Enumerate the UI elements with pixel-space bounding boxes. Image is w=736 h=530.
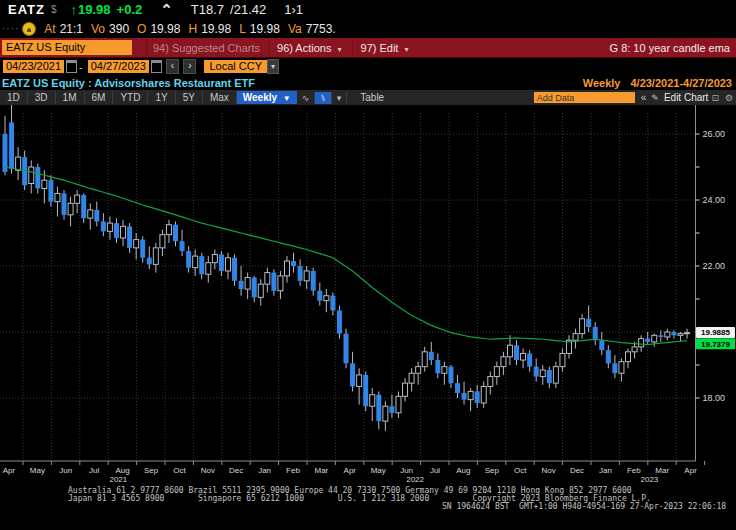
candle[interactable] — [534, 358, 539, 381]
candle[interactable] — [219, 251, 224, 276]
candle[interactable] — [16, 147, 21, 180]
candle[interactable] — [35, 164, 40, 194]
candle[interactable] — [317, 283, 322, 306]
candle[interactable] — [265, 268, 270, 293]
candle[interactable] — [612, 355, 617, 378]
candle[interactable] — [245, 273, 250, 299]
candle[interactable] — [586, 306, 591, 332]
candle[interactable] — [140, 236, 145, 262]
candle[interactable] — [337, 306, 342, 339]
candle[interactable] — [494, 362, 499, 385]
candle[interactable] — [652, 334, 657, 347]
prev-range-button[interactable]: ‹ — [166, 59, 179, 74]
add-data-input[interactable] — [534, 92, 635, 103]
candle[interactable] — [658, 330, 663, 342]
candle[interactable] — [685, 329, 690, 339]
candle[interactable] — [416, 362, 421, 385]
candle[interactable] — [547, 367, 552, 388]
chart-canvas[interactable]: 18.0022.0024.0026.00AprMayJunJulAugSepOc… — [0, 105, 736, 485]
candle[interactable] — [304, 266, 309, 289]
candle[interactable] — [363, 372, 368, 412]
candle[interactable] — [68, 197, 73, 227]
candle[interactable] — [232, 254, 237, 285]
candle[interactable] — [180, 230, 185, 256]
candle[interactable] — [153, 243, 158, 273]
edit-chart-button[interactable]: Edit Chart — [664, 92, 708, 103]
candle[interactable] — [383, 401, 388, 431]
candle[interactable] — [468, 388, 473, 411]
candle[interactable] — [186, 246, 191, 272]
chart-type-caret-button[interactable]: ▾ — [332, 92, 348, 104]
candle[interactable] — [462, 382, 467, 405]
candle[interactable] — [252, 276, 257, 302]
candle[interactable] — [645, 332, 650, 345]
candle[interactable] — [403, 378, 408, 401]
candle[interactable] — [160, 230, 165, 256]
candle[interactable] — [527, 350, 532, 371]
candle[interactable] — [29, 160, 34, 193]
candle[interactable] — [324, 289, 329, 312]
edit-menu-button[interactable]: 97) Edit ▾ — [352, 42, 417, 54]
candle[interactable] — [48, 175, 53, 206]
candle[interactable] — [258, 279, 263, 305]
candle[interactable] — [599, 332, 604, 355]
security-input[interactable]: EATZ US Equity — [2, 40, 132, 55]
candle[interactable] — [521, 349, 526, 369]
next-range-button[interactable]: › — [183, 59, 196, 74]
calendar-icon[interactable] — [66, 60, 77, 73]
candle[interactable] — [593, 322, 598, 345]
end-date-input[interactable]: 04/27/2023 — [88, 60, 149, 73]
candle[interactable] — [284, 256, 289, 282]
candle[interactable] — [88, 203, 93, 229]
candle[interactable] — [448, 365, 453, 388]
candle[interactable] — [665, 329, 670, 341]
candle[interactable] — [435, 353, 440, 378]
candle[interactable] — [291, 253, 296, 273]
candle[interactable] — [199, 253, 204, 279]
candle[interactable] — [330, 292, 335, 315]
table-button[interactable]: Table — [353, 91, 391, 104]
candle[interactable] — [350, 352, 355, 392]
candle[interactable] — [626, 349, 631, 369]
candle[interactable] — [422, 347, 427, 372]
candle[interactable] — [114, 218, 119, 243]
candle[interactable] — [632, 342, 637, 359]
candle[interactable] — [75, 190, 80, 213]
candle[interactable] — [239, 266, 244, 296]
currency-select[interactable]: Local CCY — [204, 60, 267, 73]
candle[interactable] — [619, 358, 624, 381]
candle[interactable] — [606, 345, 611, 368]
gauge-icon[interactable] — [22, 22, 36, 36]
candle[interactable] — [121, 220, 126, 246]
candle[interactable] — [376, 391, 381, 429]
candle[interactable] — [514, 340, 519, 365]
currency-caret-button[interactable]: ▾ — [267, 59, 279, 74]
candlestick-chart[interactable]: 18.0022.0024.0026.00AprMayJunJulAugSepOc… — [0, 105, 736, 485]
candle[interactable] — [370, 388, 375, 421]
candle[interactable] — [206, 256, 211, 282]
candle[interactable] — [560, 349, 565, 372]
candlestick-icon[interactable]: ⑊ — [315, 92, 331, 104]
candle[interactable] — [271, 269, 276, 295]
candle[interactable] — [409, 368, 414, 391]
candle[interactable] — [678, 332, 683, 342]
period-dropdown[interactable]: Weekly ▼ — [237, 91, 297, 104]
candle[interactable] — [193, 250, 198, 276]
line-chart-icon[interactable]: ∿ — [297, 92, 316, 104]
calendar-icon[interactable] — [151, 60, 162, 73]
tab-ytd[interactable]: YTD — [113, 91, 148, 104]
tab-1m[interactable]: 1M — [56, 91, 85, 104]
candle[interactable] — [455, 375, 460, 398]
candle[interactable] — [488, 372, 493, 395]
candle[interactable] — [311, 268, 316, 296]
tab-5y[interactable]: 5Y — [176, 91, 203, 104]
tab-max[interactable]: Max — [203, 91, 237, 104]
candle[interactable] — [134, 233, 139, 259]
candle[interactable] — [357, 368, 362, 404]
candle[interactable] — [507, 335, 512, 365]
candle[interactable] — [344, 329, 349, 369]
candle[interactable] — [94, 202, 99, 227]
panel-icon[interactable]: ⊡ — [711, 93, 719, 103]
candle[interactable] — [101, 213, 106, 236]
candle[interactable] — [166, 220, 171, 243]
